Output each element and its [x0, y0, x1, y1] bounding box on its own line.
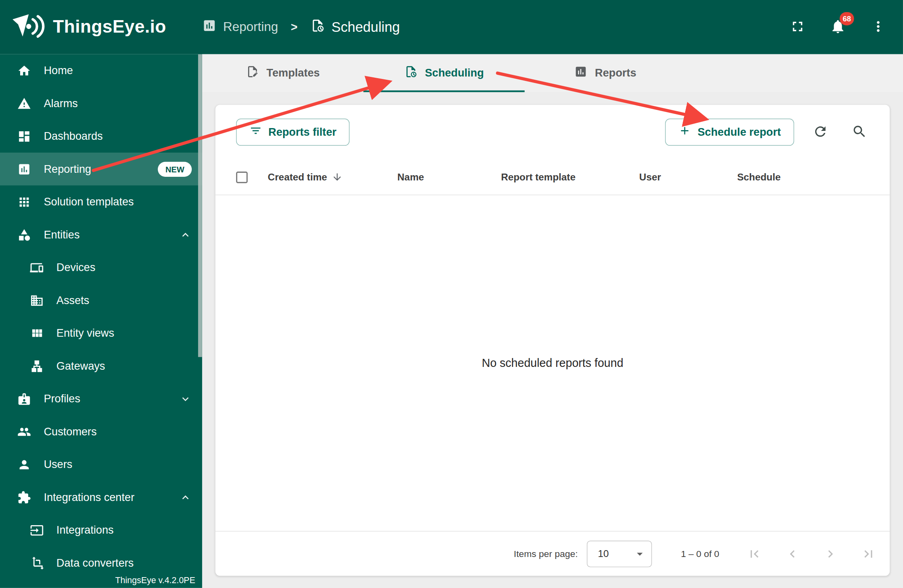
entities-icon	[17, 228, 31, 241]
input-icon	[30, 523, 43, 537]
brand-name: ThingsEye.io	[53, 17, 166, 37]
breadcrumb-reporting[interactable]: Reporting	[202, 18, 278, 36]
badge-icon	[17, 392, 31, 406]
card-toolbar: Reports filter Schedule report	[215, 105, 890, 159]
sidebar-item-label: Users	[44, 458, 72, 470]
sidebar-item-label: Dashboards	[44, 130, 103, 142]
sidebar-item-label: Home	[44, 64, 73, 77]
sidebar-item-customers[interactable]: Customers	[0, 415, 202, 448]
sidebar-item-entities[interactable]: Entities	[0, 218, 202, 251]
table-header-row: Created time Name Report template User S…	[215, 159, 890, 195]
notification-count-badge: 68	[840, 12, 854, 25]
sidebar-item-reporting[interactable]: Reporting NEW	[0, 153, 202, 185]
sidebar-item-profiles[interactable]: Profiles	[0, 382, 202, 415]
sidebar-item-gateways[interactable]: Gateways	[0, 350, 202, 382]
last-page-button[interactable]	[861, 546, 876, 561]
thingseye-logo-icon	[12, 13, 45, 41]
last-page-icon	[861, 546, 876, 561]
sidebar-item-label: Alarms	[44, 97, 78, 110]
sidebar-item-home[interactable]: Home	[0, 54, 202, 87]
top-header: ThingsEye.io Reporting > Scheduling	[0, 0, 903, 54]
select-all-checkbox[interactable]	[236, 171, 248, 183]
sidebar-item-label: Assets	[56, 294, 89, 306]
breadcrumb-section-label: Reporting	[223, 20, 278, 35]
tab-templates[interactable]: Templates	[202, 54, 363, 92]
person-icon	[17, 458, 31, 471]
column-report-template[interactable]: Report template	[501, 171, 639, 183]
fullscreen-button[interactable]	[789, 19, 806, 36]
building-icon	[30, 293, 43, 307]
content-area: Reports filter Schedule report	[202, 92, 903, 588]
people-icon	[17, 424, 31, 438]
sidebar-item-devices[interactable]: Devices	[0, 251, 202, 284]
scheduled-reports-card: Reports filter Schedule report	[215, 105, 890, 576]
sidebar-item-label: Integrations center	[44, 491, 135, 503]
search-icon	[851, 124, 867, 141]
items-per-page-label: Items per page:	[514, 549, 578, 559]
sidebar-item-label: Integrations	[56, 524, 114, 536]
home-icon	[17, 64, 31, 77]
reporting-chart-icon	[202, 18, 216, 36]
sidebar-item-label: Devices	[56, 261, 95, 273]
paginator: Items per page: 10 1 – 0 of 0	[215, 531, 890, 576]
next-page-button[interactable]	[823, 546, 838, 561]
schedule-report-button[interactable]: Schedule report	[665, 119, 794, 146]
apps-grid-icon	[17, 195, 31, 209]
chevron-right-icon	[823, 546, 838, 561]
sidebar-item-assets[interactable]: Assets	[0, 284, 202, 317]
previous-page-button[interactable]	[785, 546, 800, 561]
chevron-left-icon	[785, 546, 800, 561]
column-schedule[interactable]: Schedule	[737, 171, 890, 183]
items-per-page-select[interactable]: 10	[587, 540, 652, 567]
first-page-icon	[747, 546, 762, 561]
tab-scheduling[interactable]: Scheduling	[363, 54, 524, 92]
sidebar-item-integrations-center[interactable]: Integrations center	[0, 481, 202, 513]
chevron-up-icon	[179, 491, 192, 503]
column-user[interactable]: User	[639, 171, 737, 183]
main-content: Templates Scheduling	[202, 54, 903, 588]
new-badge: NEW	[158, 161, 192, 176]
sidebar-item-label: Profiles	[44, 392, 81, 405]
chevron-up-icon	[179, 228, 192, 241]
integrations-center-icon	[17, 490, 31, 504]
more-menu-button[interactable]	[870, 19, 887, 36]
column-label: Created time	[268, 171, 327, 183]
first-page-button[interactable]	[747, 546, 762, 561]
sidebar-item-label: Entity views	[56, 327, 114, 339]
button-label: Schedule report	[698, 126, 781, 138]
notifications-button[interactable]: 68	[829, 19, 847, 36]
refresh-button[interactable]	[807, 119, 833, 145]
sidebar-item-dashboards[interactable]: Dashboards	[0, 120, 202, 152]
transform-icon	[30, 556, 43, 569]
tab-label: Reports	[595, 67, 636, 79]
sidebar-item-integrations[interactable]: Integrations	[0, 513, 202, 546]
reports-chart-icon	[574, 65, 588, 81]
sidebar-item-entity-views[interactable]: Entity views	[0, 317, 202, 349]
sidebar-item-solution-templates[interactable]: Solution templates	[0, 185, 202, 218]
chevron-down-icon	[179, 392, 192, 405]
sidebar-item-users[interactable]: Users	[0, 448, 202, 480]
breadcrumb-scheduling[interactable]: Scheduling	[310, 18, 400, 36]
sidebar-item-alarms[interactable]: Alarms	[0, 87, 202, 120]
sort-descending-icon	[332, 172, 343, 182]
sidebar-item-label: Reporting	[44, 163, 91, 175]
tab-label: Scheduling	[425, 67, 484, 79]
brand-logo[interactable]: ThingsEye.io	[12, 13, 166, 41]
breadcrumb: Reporting > Scheduling	[202, 18, 400, 36]
app-window: ThingsEye.io Reporting > Scheduling	[0, 0, 903, 588]
reporting-chart-icon	[17, 162, 31, 176]
search-button[interactable]	[846, 119, 872, 145]
pager-buttons	[747, 546, 876, 561]
column-created-time[interactable]: Created time	[268, 171, 398, 183]
sidebar-item-label: Data converters	[56, 557, 134, 569]
tab-reports[interactable]: Reports	[525, 54, 686, 92]
schedule-file-icon	[404, 65, 417, 81]
sidebar: Home Alarms Dashboards Reporting NEW Sol…	[0, 54, 202, 588]
column-name[interactable]: Name	[398, 171, 501, 183]
sidebar-item-data-converters[interactable]: Data converters	[0, 547, 202, 579]
sidebar-scrollbar[interactable]	[198, 54, 202, 357]
warning-icon	[17, 96, 31, 110]
plus-icon	[679, 124, 691, 140]
reports-filter-button[interactable]: Reports filter	[236, 119, 350, 146]
sidebar-item-label: Customers	[44, 425, 97, 438]
